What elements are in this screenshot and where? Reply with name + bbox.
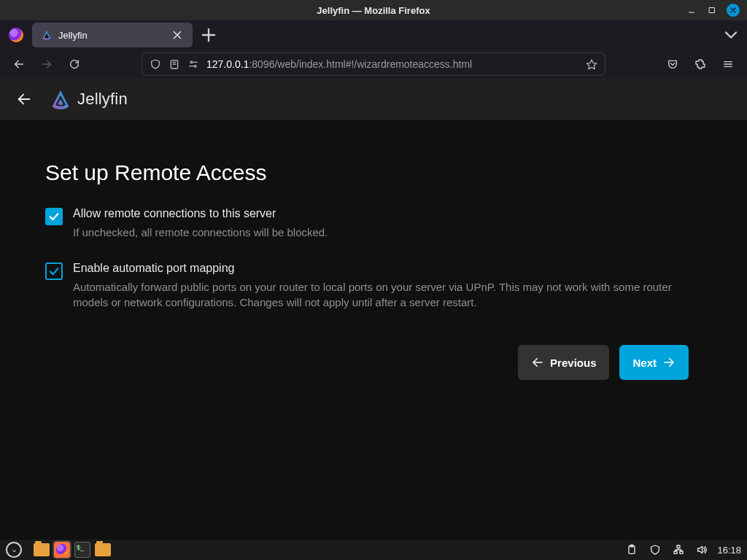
jellyfin-logo-icon [50, 88, 71, 110]
tab-title: Jellyfin [58, 30, 165, 41]
tray-network-icon[interactable] [670, 542, 686, 558]
site-info-icon[interactable] [169, 58, 180, 70]
jellyfin-favicon-icon [41, 29, 53, 41]
url-bar[interactable]: 127.0.0.1:8096/web/index.html#!/wizardre… [142, 52, 605, 76]
brand-name: Jellyfin [77, 90, 128, 109]
page-header: Jellyfin [0, 79, 747, 120]
previous-button[interactable]: Previous [518, 345, 609, 380]
tray-clipboard-icon[interactable] [624, 542, 640, 558]
url-host: 127.0.0.1 [206, 58, 249, 70]
window-controls [686, 0, 747, 20]
upnp-label[interactable]: Enable automatic port mapping [73, 262, 693, 275]
upnp-field: Enable automatic port mapping Automatica… [45, 262, 693, 310]
brand[interactable]: Jellyfin [50, 88, 128, 110]
window-maximize-button[interactable] [706, 4, 718, 16]
allow-remote-text: Allow remote connections to this server … [73, 207, 328, 240]
svg-point-11 [190, 61, 193, 63]
page-title: Set up Remote Access [45, 160, 693, 185]
tray-volume-icon[interactable] [694, 542, 710, 558]
os-taskbar: ⌄ $_ 16:18 [0, 540, 747, 560]
url-path: :8096/web/index.html#!/wizardremoteacces… [249, 58, 472, 70]
page: Jellyfin Set up Remote Access Allow remo… [0, 79, 747, 540]
tray-shield-icon[interactable] [647, 542, 663, 558]
extensions-icon[interactable] [689, 52, 712, 76]
tab-close-button[interactable] [171, 28, 184, 42]
next-button-label: Next [632, 357, 657, 369]
wizard-buttons: Previous Next [45, 345, 693, 380]
check-icon [47, 210, 61, 223]
allow-remote-checkbox[interactable] [45, 208, 63, 225]
url-bar-wrap: 127.0.0.1:8096/web/index.html#!/wizardre… [90, 52, 657, 76]
taskbar-left: ⌄ $_ [6, 542, 111, 558]
arrow-left-icon [531, 356, 544, 369]
allow-remote-field: Allow remote connections to this server … [45, 207, 693, 240]
shield-icon[interactable] [150, 58, 161, 70]
start-menu-button[interactable]: ⌄ [6, 542, 22, 558]
nav-back-button[interactable] [7, 52, 31, 76]
pocket-icon[interactable] [661, 52, 684, 76]
window-minimize-button[interactable] [686, 4, 697, 16]
toolbar-right [661, 52, 740, 76]
taskbar-clock[interactable]: 16:18 [717, 545, 741, 556]
svg-point-13 [194, 65, 196, 67]
upnp-checkbox[interactable] [45, 262, 63, 280]
window-title: Jellyfin — Mozilla Firefox [317, 5, 430, 16]
svg-marker-15 [587, 60, 596, 69]
allow-remote-label[interactable]: Allow remote connections to this server [73, 207, 328, 220]
permissions-icon[interactable] [187, 58, 199, 70]
app-menu-button[interactable] [716, 52, 740, 76]
taskbar-files-icon[interactable] [34, 542, 50, 558]
next-button[interactable]: Next [619, 345, 689, 380]
nav-reload-button[interactable] [63, 52, 86, 76]
tab-strip: Jellyfin [0, 20, 747, 50]
browser-chrome: Jellyfin [0, 20, 747, 79]
taskbar-folder-icon[interactable] [95, 542, 111, 558]
new-tab-button[interactable] [198, 25, 219, 45]
firefox-app-icon[interactable] [6, 25, 26, 45]
allow-remote-help: If unchecked, all remote connections wil… [73, 225, 328, 240]
upnp-text: Enable automatic port mapping Automatica… [73, 262, 693, 310]
os-titlebar: Jellyfin — Mozilla Firefox [0, 0, 747, 20]
upnp-help: Automatically forward public ports on yo… [73, 279, 693, 310]
tab-active[interactable]: Jellyfin [32, 23, 193, 47]
taskbar-terminal-icon[interactable]: $_ [74, 542, 90, 558]
svg-rect-1 [710, 8, 715, 13]
bookmark-star-icon[interactable] [586, 58, 597, 70]
check-icon [47, 265, 61, 278]
nav-toolbar: 127.0.0.1:8096/web/index.html#!/wizardre… [0, 50, 747, 79]
wizard-content: Set up Remote Access Allow remote connec… [45, 120, 702, 380]
window-close-button[interactable] [727, 4, 740, 17]
previous-button-label: Previous [550, 357, 596, 369]
tabs-dropdown-button[interactable] [721, 25, 741, 45]
svg-marker-27 [698, 546, 703, 553]
taskbar-right: 16:18 [624, 542, 741, 558]
arrow-right-icon [662, 356, 676, 369]
nav-forward-button[interactable] [35, 52, 58, 76]
page-back-button[interactable] [12, 87, 36, 112]
taskbar-firefox-icon[interactable] [54, 542, 70, 558]
url-text[interactable]: 127.0.0.1:8096/web/index.html#!/wizardre… [206, 58, 578, 70]
